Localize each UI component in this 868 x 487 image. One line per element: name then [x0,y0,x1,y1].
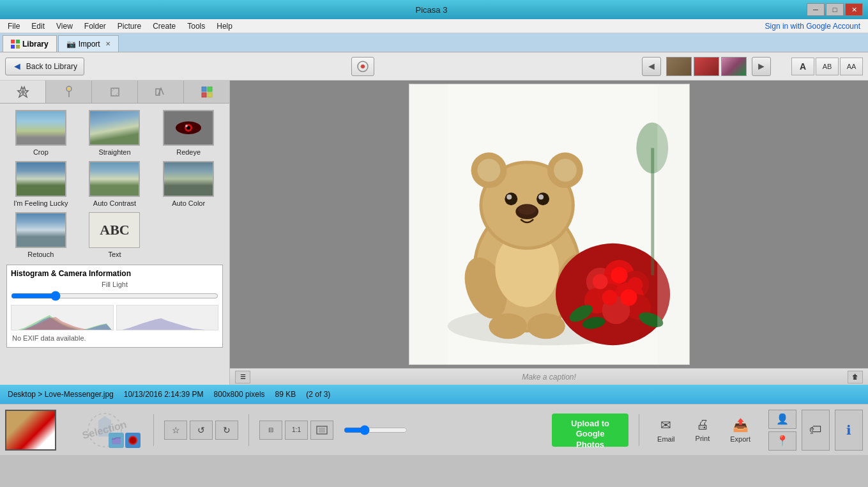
star-button[interactable]: ☆ [164,421,187,440]
upload-button[interactable]: Upload to Google Photos [552,414,628,447]
back-to-library-button[interactable]: ◄ Back to Library [5,58,84,75]
nav-next-button[interactable]: ► [752,57,771,76]
email-icon: ✉ [660,417,671,433]
maximize-button[interactable]: □ [826,3,844,16]
tool-tab-tune[interactable] [46,81,92,103]
tool-tab-presets[interactable] [138,81,184,103]
tool-lucky[interactable]: I'm Feeling Lucky [6,161,75,207]
tool-redeye[interactable]: Redeye [154,110,223,156]
nav-prev-button[interactable]: ◄ [642,57,661,76]
menu-tools[interactable]: Tools [182,20,210,32]
actual-size-button[interactable]: 1:1 [285,421,308,440]
svg-rect-60 [657,84,689,364]
tool-tab-export[interactable] [184,81,229,103]
menu-view[interactable]: View [51,20,78,32]
filmstrip-view-button[interactable]: ⊟ [259,421,282,440]
info-button[interactable]: ℹ [835,410,863,451]
svg-point-25 [527,313,565,339]
photo-thumb-3[interactable] [721,57,747,76]
app-title: Picasa 3 [56,5,807,15]
text-style-buttons: A AB AA [791,58,863,75]
tool-straighten-label: Straighten [98,148,130,156]
menu-help[interactable]: Help [211,20,238,32]
caption-delete-icon[interactable]: 🗑 [848,371,863,383]
text-style-aa-button[interactable]: AA [840,58,863,75]
menu-picture[interactable]: Picture [112,20,146,32]
caption-placeholder[interactable]: Make a caption! [250,373,848,382]
back-arrow-icon: ◄ [12,61,22,72]
divider [153,414,154,446]
tool-crop[interactable]: Crop [6,110,75,156]
text-style-a-button[interactable]: A [791,58,814,75]
caption-bar: ☰ Make a caption! 🗑 [230,368,868,385]
zoom-slider[interactable] [344,425,407,435]
filmstrip-thumbnail[interactable] [5,410,56,451]
histogram-title: Histogram & Camera Information [11,269,218,278]
tag-button[interactable]: 🏷 [802,410,830,451]
color-correct-icon[interactable] [351,57,374,76]
selection-area: Selection [66,410,143,451]
minimize-button[interactable]: ─ [807,3,825,16]
print-action[interactable]: 🖨 Print [688,417,718,442]
svg-point-36 [506,194,512,199]
svg-rect-12 [202,93,206,97]
fill-light-slider[interactable] [11,291,218,301]
email-label: Email [657,435,675,443]
histogram-section: Histogram & Camera Information Fill Ligh… [6,265,223,348]
print-icon: 🖨 [696,417,709,432]
tool-color-thumb [163,161,214,197]
svg-point-63 [130,437,136,444]
email-action[interactable]: ✉ Email [650,417,683,443]
menu-edit[interactable]: Edit [26,20,50,32]
text-style-ab-button[interactable]: AB [816,58,839,75]
tool-contrast[interactable]: Auto Contrast [80,161,149,207]
image-container [230,81,868,368]
location-button[interactable]: 📍 [768,431,796,451]
tool-redeye-label: Redeye [176,148,201,156]
tool-text[interactable]: ABC Text [80,212,149,258]
svg-point-17 [185,125,188,127]
people-button[interactable]: 👤 [768,410,796,429]
close-button[interactable]: ✕ [845,3,863,16]
bottom-tools: ☆ ↺ ↻ [164,421,238,440]
toolbar: ◄ Back to Library ◄ ► A AB AA [0,52,868,81]
svg-rect-0 [11,40,15,43]
tool-tab-effects[interactable] [92,81,138,103]
status-date: 10/13/2016 2:14:39 PM [124,390,204,399]
import-icon: 📷 [66,40,76,49]
svg-point-49 [592,274,607,290]
export-action[interactable]: 📤 Export [722,417,758,443]
photo-thumb-2[interactable] [694,57,719,76]
tab-library[interactable]: Library [3,35,57,52]
rotate-right-button[interactable]: ↻ [215,421,238,440]
statusbar: Desktop > Love-Messenger.jpg 10/13/2016 … [0,385,868,404]
tool-color[interactable]: Auto Color [154,161,223,207]
divider-3 [639,414,639,446]
upload-icon [125,433,141,448]
photo-thumb-1[interactable] [666,57,692,76]
left-panel: Crop Straighten Redeye I'm Feeling Lucky [0,81,230,385]
export-label: Export [730,435,750,443]
tool-straighten[interactable]: Straighten [80,110,149,156]
tool-retouch[interactable]: Retouch [6,212,75,258]
menu-file[interactable]: File [3,20,25,32]
signin-link[interactable]: Sign in with Google Account [765,22,865,31]
tool-straighten-thumb [89,110,140,146]
main-content: Crop Straighten Redeye I'm Feeling Lucky [0,81,868,385]
rotate-left-button[interactable]: ↺ [190,421,213,440]
svg-point-50 [611,267,627,284]
status-count: (2 of 3) [306,390,330,399]
tool-grid: Crop Straighten Redeye I'm Feeling Lucky [0,104,229,265]
tab-import[interactable]: 📷 Import ✕ [58,35,119,52]
svg-point-52 [602,290,617,305]
tool-tab-fix[interactable] [0,81,46,103]
view-tools: ⊟ 1:1 [259,421,333,440]
menu-create[interactable]: Create [148,20,181,32]
caption-menu-icon[interactable]: ☰ [235,371,250,383]
tool-tabs [0,81,229,104]
fit-view-button[interactable] [310,421,333,440]
menu-folder[interactable]: Folder [79,20,111,32]
tab-close-icon[interactable]: ✕ [105,40,110,47]
tab-import-label: Import [79,40,100,49]
tool-lucky-thumb [15,161,66,197]
